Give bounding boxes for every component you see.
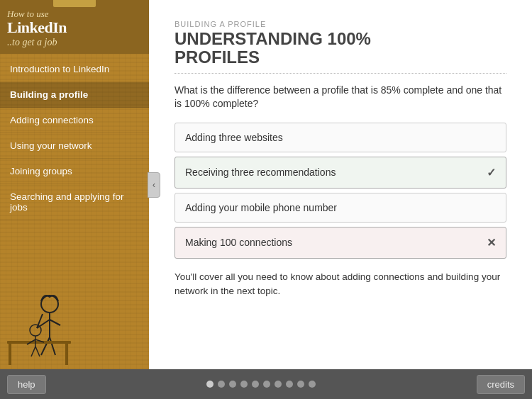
sidebar-collapse-button[interactable]: ‹	[148, 172, 160, 198]
svg-point-10	[30, 325, 41, 336]
incorrect-cross-icon: ✕	[487, 236, 496, 249]
svg-rect-7	[7, 341, 71, 344]
sidebar-subtitle: ..to get a job	[7, 37, 142, 48]
feedback-text: You'll cover all you need to know about …	[174, 270, 506, 299]
sidebar-item-groups[interactable]: Joining groups	[0, 159, 149, 184]
sidebar-item-introduction[interactable]: Introduction to LinkedIn	[0, 57, 149, 82]
sitting-figure	[0, 320, 149, 369]
answer-text-mobile: Adding your mobile phone number	[185, 202, 337, 213]
section-label: BUILDING A PROFILE	[174, 20, 506, 28]
answer-text-websites: Adding three websites	[185, 132, 283, 143]
bottom-bar: help credits	[0, 369, 532, 399]
question-text: What is the difference between a profile…	[174, 84, 506, 111]
dot-2	[218, 381, 225, 388]
content-title: UNDERSTANDING 100% PROFILES	[174, 30, 506, 67]
dot-7	[275, 381, 282, 388]
sitting-figure-icon	[0, 320, 149, 369]
dot-4	[240, 381, 248, 388]
help-button[interactable]: help	[7, 375, 46, 394]
answer-option-connections[interactable]: Making 100 connections ✕	[174, 227, 506, 259]
dot-10	[309, 381, 316, 388]
answer-option-mobile[interactable]: Adding your mobile phone number	[174, 193, 506, 223]
sidebar: How to use LinkedIn ..to get a job Intro…	[0, 0, 149, 369]
answer-options: Adding three websites Receiving three re…	[174, 123, 506, 259]
sidebar-item-building[interactable]: Building a profile	[0, 82, 149, 108]
sidebar-nav: Introduction to LinkedIn Building a prof…	[0, 57, 149, 220]
answer-text-recommendations: Receiving three recommendations	[185, 167, 336, 178]
sidebar-item-connections[interactable]: Adding connections	[0, 108, 149, 133]
dot-8	[286, 381, 293, 388]
dot-9	[297, 381, 304, 388]
content-area: BUILDING A PROFILE UNDERSTANDING 100% PR…	[149, 0, 532, 369]
answer-option-recommendations[interactable]: Receiving three recommendations ✓	[174, 157, 506, 189]
svg-line-14	[31, 347, 35, 356]
sidebar-brand: LinkedIn	[7, 20, 142, 35]
dot-5	[252, 381, 259, 388]
dot-1	[206, 381, 214, 388]
svg-line-15	[35, 347, 40, 356]
svg-rect-8	[9, 344, 11, 365]
answer-option-websites[interactable]: Adding three websites	[174, 123, 506, 152]
svg-rect-9	[65, 344, 68, 365]
main-area: How to use LinkedIn ..to get a job Intro…	[0, 0, 532, 369]
dot-3	[229, 381, 236, 388]
tape-decoration	[53, 0, 96, 7]
progress-dots	[206, 381, 316, 388]
sidebar-item-jobs[interactable]: Searching and applying for jobs	[0, 184, 149, 220]
sidebar-header: How to use LinkedIn ..to get a job	[0, 0, 149, 54]
answer-text-connections: Making 100 connections	[185, 237, 292, 248]
content-divider	[174, 73, 506, 74]
credits-button[interactable]: credits	[477, 375, 525, 394]
correct-check-icon: ✓	[487, 166, 496, 179]
sidebar-item-network[interactable]: Using your network	[0, 133, 149, 159]
dot-6	[263, 381, 270, 388]
svg-point-0	[41, 296, 58, 313]
